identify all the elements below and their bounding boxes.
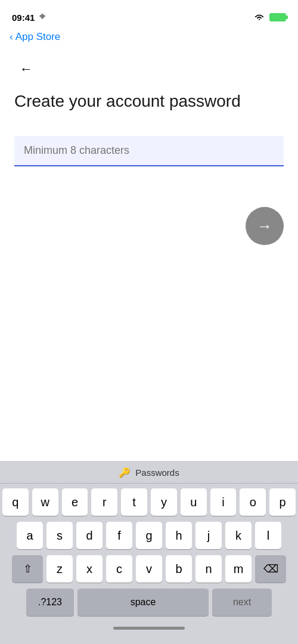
key-i[interactable]: i — [210, 488, 237, 516]
next-button[interactable]: → — [246, 207, 284, 245]
status-time: 09:41 — [12, 13, 35, 23]
keyboard-container: 🔑 Passwords q w e r t y u i o p a s d f … — [0, 461, 298, 644]
key-row-4: .?123 space next — [2, 589, 296, 616]
key-row-3: ⇧ z x c v b n m ⌫ — [2, 555, 296, 583]
suggestion-bar[interactable]: 🔑 Passwords — [0, 461, 298, 484]
shift-key[interactable]: ⇧ — [12, 555, 43, 583]
key-row-2: a s d f g h j k l — [2, 522, 296, 549]
svg-marker-0 — [39, 14, 46, 20]
key-n[interactable]: n — [195, 555, 222, 583]
key-h[interactable]: h — [166, 522, 192, 549]
app-store-label: App Store — [15, 31, 61, 43]
back-button[interactable]: ← — [14, 57, 38, 81]
key-x[interactable]: x — [76, 555, 103, 583]
key-j[interactable]: j — [195, 522, 222, 549]
key-f[interactable]: f — [106, 522, 132, 549]
key-z[interactable]: z — [46, 555, 73, 583]
wifi-icon — [254, 13, 265, 21]
key-r[interactable]: r — [91, 488, 117, 516]
key-k[interactable]: k — [225, 522, 252, 549]
app-store-back-arrow: ‹ — [10, 31, 13, 43]
key-e[interactable]: e — [62, 488, 88, 516]
key-row-1: q w e r t y u i o p — [2, 488, 296, 516]
key-c[interactable]: c — [106, 555, 132, 583]
key-t[interactable]: t — [121, 488, 147, 516]
suggestion-label: Passwords — [135, 467, 179, 478]
home-indicator — [0, 622, 298, 632]
status-bar: 09:41 — [0, 0, 298, 30]
app-store-nav[interactable]: ‹ App Store — [0, 30, 298, 48]
password-input-container — [14, 136, 284, 166]
next-keyboard-key[interactable]: next — [212, 589, 272, 616]
key-w[interactable]: w — [32, 488, 58, 516]
numbers-key[interactable]: .?123 — [26, 589, 74, 616]
battery-icon — [269, 13, 286, 21]
backspace-key[interactable]: ⌫ — [255, 555, 286, 583]
home-indicator-bar — [113, 627, 185, 630]
key-b[interactable]: b — [166, 555, 192, 583]
key-m[interactable]: m — [225, 555, 252, 583]
key-y[interactable]: y — [151, 488, 177, 516]
next-arrow-icon: → — [257, 217, 272, 236]
key-g[interactable]: g — [136, 522, 162, 549]
keyboard: q w e r t y u i o p a s d f g h j k l ⇧ … — [0, 484, 298, 616]
page-content: ← Create your account password — [0, 48, 298, 166]
key-s[interactable]: s — [46, 522, 73, 549]
location-icon — [37, 13, 48, 21]
key-l[interactable]: l — [255, 522, 281, 549]
status-icons — [254, 13, 286, 21]
back-arrow-icon: ← — [20, 61, 33, 77]
space-key[interactable]: space — [77, 589, 209, 616]
password-input[interactable] — [14, 136, 284, 166]
key-u[interactable]: u — [181, 488, 207, 516]
key-icon: 🔑 — [119, 467, 131, 478]
key-o[interactable]: o — [240, 488, 266, 516]
key-q[interactable]: q — [2, 488, 29, 516]
status-time-area: 09:41 — [12, 13, 48, 23]
key-p[interactable]: p — [269, 488, 296, 516]
key-a[interactable]: a — [17, 522, 43, 549]
page-title: Create your account password — [14, 91, 284, 112]
key-d[interactable]: d — [76, 522, 103, 549]
next-button-container: → — [0, 171, 298, 245]
key-v[interactable]: v — [136, 555, 162, 583]
